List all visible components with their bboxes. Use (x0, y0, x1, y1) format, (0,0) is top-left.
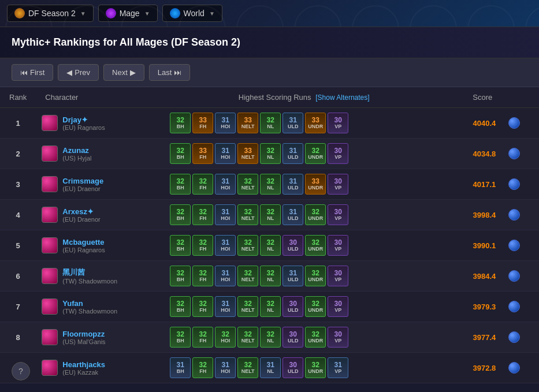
key-box[interactable]: 31ULD (282, 204, 303, 225)
key-box[interactable]: 32BH (170, 143, 191, 164)
key-box[interactable]: 32FH (192, 266, 213, 286)
key-box[interactable]: 33FH (192, 143, 213, 164)
key-box[interactable]: 32NELT (237, 174, 258, 195)
season-dropdown[interactable]: DF Season 2 ▼ (7, 5, 94, 22)
key-box[interactable]: 32BH (170, 174, 191, 195)
faction-cell (501, 230, 539, 261)
key-box[interactable]: 32NL (260, 143, 281, 164)
character-name[interactable]: Azunaz (62, 146, 91, 155)
character-name[interactable]: Drjay✦ (62, 115, 105, 124)
character-name[interactable]: 黑川茜 (62, 267, 117, 278)
key-box[interactable]: 30ULD (282, 327, 303, 348)
key-box[interactable]: 32NL (260, 235, 281, 256)
key-box[interactable]: 30VP (328, 204, 348, 225)
key-box[interactable]: 32UNDR (305, 357, 326, 378)
rank-cell: 8 (0, 322, 36, 353)
key-box[interactable]: 31ULD (282, 266, 303, 286)
key-box[interactable]: 33FH (192, 113, 213, 133)
key-box[interactable]: 30ULD (282, 296, 303, 317)
key-dungeon: BH (177, 369, 184, 375)
key-box[interactable]: 32UNDR (305, 327, 326, 348)
key-dungeon: NL (267, 277, 274, 283)
key-box[interactable]: 31HOI (215, 296, 236, 317)
key-box[interactable]: 31BH (170, 357, 191, 378)
key-box[interactable]: 32BH (170, 235, 191, 256)
character-name[interactable]: Yufan (62, 299, 117, 308)
show-alternates-link[interactable]: [Show Alternates] (315, 94, 369, 102)
key-box[interactable]: 32NELT (237, 204, 258, 225)
character-name[interactable]: Arxesz✦ (62, 207, 100, 216)
first-button[interactable]: ⏮ First (12, 64, 53, 81)
key-box[interactable]: 30VP (328, 296, 348, 317)
key-box[interactable]: 32BH (170, 204, 191, 225)
key-box[interactable]: 31HOI (215, 235, 236, 256)
key-box[interactable]: 32NL (260, 174, 281, 195)
key-level: 31 (222, 361, 229, 369)
key-box[interactable]: 30VP (328, 174, 348, 195)
key-box[interactable]: 32FH (192, 327, 213, 348)
class-dropdown[interactable]: Mage ▼ (98, 5, 158, 22)
key-box[interactable]: 32UNDR (305, 143, 326, 164)
key-box[interactable]: 32NELT (237, 235, 258, 256)
key-box[interactable]: 30VP (328, 143, 348, 164)
help-button[interactable]: ? (12, 362, 30, 380)
key-box[interactable]: 32NL (260, 327, 281, 348)
key-box[interactable]: 32NELT (237, 266, 258, 286)
key-box[interactable]: 32FH (192, 174, 213, 195)
character-cell: Hearthjacks(EU) Kazzak (36, 353, 164, 383)
prev-button[interactable]: ◀ Prev (58, 64, 99, 81)
character-cell: Crimsmage(EU) Draenor (36, 169, 164, 200)
key-dungeon: NELT (241, 369, 255, 375)
key-box[interactable]: 32FH (192, 204, 213, 225)
key-box[interactable]: 33UNDR (305, 174, 326, 195)
key-box[interactable]: 32BH (170, 327, 191, 348)
key-box[interactable]: 30VP (328, 113, 348, 133)
key-box[interactable]: 30VP (328, 235, 348, 256)
key-box[interactable]: 32BH (170, 266, 191, 286)
character-name[interactable]: Hearthjacks (62, 360, 105, 369)
key-box[interactable]: 32NELT (237, 327, 258, 348)
key-dungeon: HOI (221, 308, 230, 313)
key-box[interactable]: 32FH (192, 235, 213, 256)
last-button[interactable]: Last ⏭ (149, 64, 191, 81)
key-box[interactable]: 32NL (260, 204, 281, 225)
key-box[interactable]: 32UNDR (305, 296, 326, 317)
key-box[interactable]: 31HOI (215, 357, 236, 378)
key-box[interactable]: 31HOI (215, 143, 236, 164)
key-box[interactable]: 32BH (170, 296, 191, 317)
key-box[interactable]: 30ULD (282, 357, 303, 378)
key-box[interactable]: 30ULD (282, 235, 303, 256)
key-box[interactable]: 33NELT (237, 143, 258, 164)
key-box[interactable]: 31HOI (215, 204, 236, 225)
key-box[interactable]: 33NELT (237, 113, 258, 133)
key-box[interactable]: 31ULD (282, 113, 303, 133)
region-dropdown[interactable]: World ▼ (162, 5, 222, 22)
character-name[interactable]: Floormopzz (62, 330, 105, 338)
key-box[interactable]: 30VP (328, 266, 348, 286)
key-box[interactable]: 32BH (170, 113, 191, 133)
key-box[interactable]: 31HOI (215, 174, 236, 195)
character-name[interactable]: Crimsmage (62, 177, 103, 185)
key-box[interactable]: 32UNDR (305, 204, 326, 225)
key-box[interactable]: 31HOI (215, 113, 236, 133)
key-box[interactable]: 32UNDR (305, 235, 326, 256)
key-box[interactable]: 32NL (260, 296, 281, 317)
key-box[interactable]: 32NL (260, 266, 281, 286)
key-box[interactable]: 32NELT (237, 296, 258, 317)
key-dungeon: UNDR (308, 155, 323, 160)
key-box[interactable]: 31NL (260, 357, 281, 378)
key-box[interactable]: 32NELT (237, 357, 258, 378)
key-box[interactable]: 32HOI (215, 327, 236, 348)
key-box[interactable]: 32FH (192, 296, 213, 317)
key-box[interactable]: 31ULD (282, 174, 303, 195)
key-box[interactable]: 31HOI (215, 266, 236, 286)
character-name[interactable]: Mcbaguette (62, 238, 105, 247)
key-box[interactable]: 32UNDR (305, 266, 326, 286)
key-box[interactable]: 32FH (192, 357, 213, 378)
key-box[interactable]: 31VP (328, 357, 348, 378)
key-box[interactable]: 33UNDR (305, 113, 326, 133)
key-box[interactable]: 32NL (260, 113, 281, 133)
key-box[interactable]: 30VP (328, 327, 348, 348)
key-box[interactable]: 31ULD (282, 143, 303, 164)
next-button[interactable]: Next ▶ (103, 64, 144, 81)
